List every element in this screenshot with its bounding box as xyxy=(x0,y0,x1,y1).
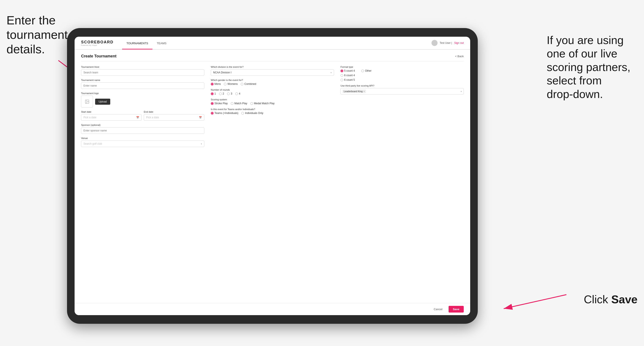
format-radio-6count4[interactable]: 6 count 4 xyxy=(340,74,464,77)
start-date-group: Start date Pick a date 📅 xyxy=(81,111,142,121)
logo-placeholder xyxy=(81,96,93,108)
division-group: Which division is the event for? NCAA Di… xyxy=(211,66,334,76)
rounds-radio-group: 1 2 3 xyxy=(211,92,334,95)
rounds-group: Number of rounds 1 2 xyxy=(211,88,334,95)
rounds-radio-4[interactable]: 4 xyxy=(235,92,240,95)
logo-sub: Powered by clippd xyxy=(81,44,114,46)
division-select[interactable]: NCAA Division I ▾ xyxy=(211,69,334,76)
format-row-1: 5 count 4 Other xyxy=(340,69,464,72)
nav-tab-tournaments[interactable]: TOURNAMENTS xyxy=(122,37,152,49)
tournament-host-label: Tournament Host xyxy=(81,66,204,68)
rounds-radio-1-label: 1 xyxy=(214,92,216,95)
annotation-top-left: Enter the tournament details. xyxy=(6,13,68,57)
date-row: Start date Pick a date 📅 End date Pick a… xyxy=(81,111,204,121)
upload-button[interactable]: Upload xyxy=(95,99,110,105)
page-header: Create Tournament Back xyxy=(81,54,464,61)
bottom-right-bold: Save xyxy=(611,293,638,306)
rounds-radio-1[interactable]: 1 xyxy=(211,92,216,95)
scoring-radio-medal-circle xyxy=(250,102,253,105)
logo-upload-row: Upload xyxy=(81,96,204,108)
sponsor-label: Sponsor (optional) xyxy=(81,124,204,126)
end-calendar-icon: 📅 xyxy=(199,116,202,119)
venue-placeholder: Search golf club xyxy=(84,142,102,145)
venue-chevron-icon: ▾ xyxy=(201,143,202,145)
end-date-input[interactable]: Pick a date 📅 xyxy=(144,114,204,121)
format-radio-5count4-circle xyxy=(340,69,343,72)
gender-radio-combined[interactable]: Combined xyxy=(240,82,256,85)
scoring-radio-match-circle xyxy=(231,102,234,105)
svg-point-9 xyxy=(86,101,87,101)
format-radio-5count4[interactable]: 5 count 4 xyxy=(340,69,355,72)
division-value: NCAA Division I xyxy=(213,71,232,74)
teams-radio-individuals-label: Individuals Only xyxy=(245,112,263,115)
live-scoring-value: Leaderboard King xyxy=(344,90,362,93)
rounds-radio-2-circle xyxy=(219,92,222,95)
end-date-placeholder: Pick a date xyxy=(146,116,159,119)
cancel-button[interactable]: Cancel xyxy=(430,306,446,313)
live-scoring-remove-icon[interactable]: × xyxy=(364,90,365,93)
rounds-radio-2[interactable]: 2 xyxy=(219,92,224,95)
gender-radio-mens-label: Mens xyxy=(214,82,221,85)
tablet-frame: SCOREBOARD Powered by clippd TOURNAMENTS… xyxy=(67,28,478,324)
form-grid: Tournament Host Tournament name Tourname… xyxy=(81,66,464,147)
sponsor-input[interactable] xyxy=(81,127,204,134)
save-button[interactable]: Save xyxy=(448,306,464,313)
scoring-radio-stroke[interactable]: Stroke Play xyxy=(211,102,228,105)
division-label: Which division is the event for? xyxy=(211,66,334,68)
format-radio-6count5[interactable]: 6 count 5 xyxy=(340,78,464,81)
form-col3: Format type 5 count 4 Other xyxy=(340,66,464,147)
tournament-logo-group: Tournament logo Upload xyxy=(81,92,204,108)
format-radio-other-label: Other xyxy=(365,69,372,72)
venue-input[interactable]: Search golf club ▾ xyxy=(81,141,204,147)
gender-radio-womens[interactable]: Womens xyxy=(224,82,238,85)
sponsor-group: Sponsor (optional) xyxy=(81,124,204,134)
teams-radio-group: Teams (+Individuals) Individuals Only xyxy=(211,112,334,115)
venue-label: Venue xyxy=(81,137,204,140)
teams-radio-teams[interactable]: Teams (+Individuals) xyxy=(211,112,238,115)
tournament-name-group: Tournament name xyxy=(81,79,204,89)
format-radio-other[interactable]: Other xyxy=(361,69,372,72)
tournament-host-input[interactable] xyxy=(81,69,204,76)
header-right: Test User | Sign out xyxy=(432,40,464,46)
tournament-name-input[interactable] xyxy=(81,82,204,89)
format-radio-6count5-label: 6 count 5 xyxy=(344,78,355,81)
sign-out-link[interactable]: Sign out xyxy=(454,41,464,44)
scoring-radio-match-label: Match Play xyxy=(234,102,247,105)
bottom-right-prefix: Click xyxy=(584,293,611,306)
format-radio-other-circle xyxy=(361,69,364,72)
live-scoring-tag: Leaderboard King × xyxy=(342,90,366,93)
user-label: Test User | xyxy=(440,41,452,44)
page-title: Create Tournament xyxy=(81,54,116,58)
format-radio-5count4-label: 5 count 4 xyxy=(344,69,355,72)
gender-radio-combined-label: Combined xyxy=(244,82,256,85)
annotation-bottom-right: Click Save xyxy=(584,293,638,306)
gender-radio-womens-circle xyxy=(224,83,226,85)
scoring-radio-match[interactable]: Match Play xyxy=(231,102,247,105)
back-link[interactable]: Back xyxy=(455,55,464,58)
start-date-input[interactable]: Pick a date 📅 xyxy=(81,114,142,121)
end-date-group: End date Pick a date 📅 xyxy=(144,111,204,121)
gender-radio-group: Mens Womens Combined xyxy=(211,82,334,85)
form-col2: Which division is the event for? NCAA Di… xyxy=(211,66,334,147)
live-scoring-input[interactable]: Leaderboard King × ▾ xyxy=(340,88,464,95)
teams-radio-individuals[interactable]: Individuals Only xyxy=(241,112,263,115)
gender-radio-combined-circle xyxy=(240,83,244,85)
teams-radio-teams-label: Teams (+Individuals) xyxy=(214,112,238,115)
rounds-radio-4-label: 4 xyxy=(239,92,240,95)
teams-radio-teams-circle xyxy=(211,112,214,115)
rounds-radio-3-label: 3 xyxy=(231,92,232,95)
gender-radio-mens[interactable]: Mens xyxy=(211,82,221,85)
rounds-radio-2-label: 2 xyxy=(223,92,224,95)
rounds-radio-3[interactable]: 3 xyxy=(227,92,232,95)
scoring-radio-stroke-label: Stroke Play xyxy=(214,102,228,105)
division-chevron-icon: ▾ xyxy=(330,71,332,74)
nav-tab-teams[interactable]: TEAMS xyxy=(152,37,171,49)
gender-label: Which gender is the event for? xyxy=(211,79,334,81)
logo-area: SCOREBOARD Powered by clippd xyxy=(81,40,114,46)
format-options: 5 count 4 Other 6 count 4 xyxy=(340,69,464,81)
scoring-radio-medal[interactable]: Medal Match Play xyxy=(250,102,274,105)
tablet-screen: SCOREBOARD Powered by clippd TOURNAMENTS… xyxy=(74,37,470,315)
gender-group: Which gender is the event for? Mens Wome… xyxy=(211,79,334,85)
scoring-radio-stroke-circle xyxy=(211,102,214,105)
avatar xyxy=(432,40,438,46)
